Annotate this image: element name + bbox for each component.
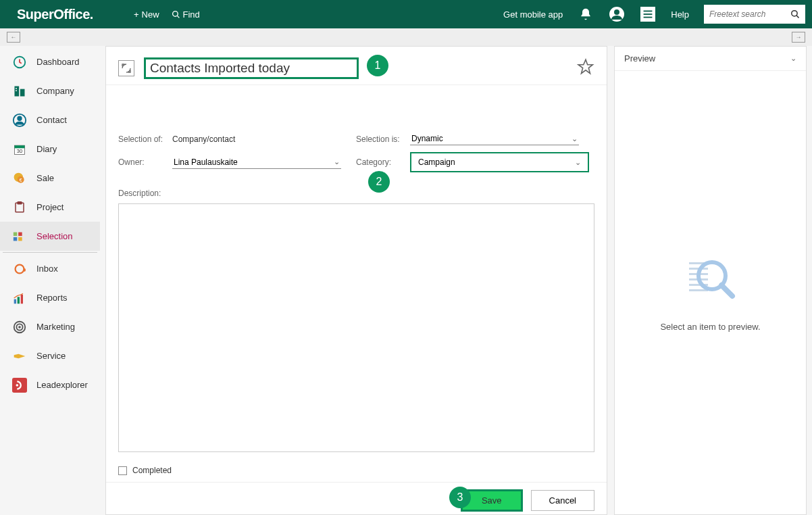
- chevron-down-icon: ⌄: [334, 157, 340, 166]
- sidebar-item-company[interactable]: Company: [0, 76, 100, 105]
- sidebar-item-inbox[interactable]: Inbox: [0, 254, 100, 283]
- svg-rect-7: [644, 17, 653, 18]
- description-label: Description:: [118, 189, 594, 198]
- main-content: 1 Selection of: Company/contact Selectio…: [105, 46, 607, 515]
- sidebar-item-project[interactable]: Project: [0, 193, 100, 222]
- svg-point-3: [614, 9, 619, 15]
- svg-point-0: [172, 11, 178, 16]
- svg-rect-11: [15, 86, 20, 96]
- category-label: Category:: [356, 157, 410, 167]
- svg-point-29: [16, 264, 24, 273]
- selection-of-value: Company/contact: [172, 134, 235, 144]
- collapse-left-icon[interactable]: ←: [7, 32, 20, 43]
- svg-rect-27: [14, 237, 18, 241]
- sidebar-item-selection[interactable]: Selection: [0, 222, 100, 251]
- dashboard-icon: [12, 55, 27, 70]
- svg-rect-6: [644, 14, 653, 15]
- topbar: ← →: [0, 28, 812, 46]
- find-button[interactable]: Find: [172, 9, 200, 20]
- chevron-down-icon: ⌄: [790, 54, 796, 63]
- svg-rect-28: [18, 237, 22, 241]
- user-icon[interactable]: [609, 6, 625, 22]
- service-icon: [12, 349, 27, 364]
- svg-line-1: [177, 16, 179, 18]
- inbox-icon: [12, 262, 27, 276]
- sidebar-item-dashboard[interactable]: Dashboard: [0, 47, 100, 76]
- preview-empty-text: Select an item to preview.: [660, 322, 760, 332]
- svg-rect-12: [20, 89, 25, 96]
- sidebar-item-sale[interactable]: € Sale: [0, 164, 100, 193]
- bell-icon[interactable]: [578, 6, 594, 22]
- search-box[interactable]: [704, 5, 805, 24]
- svg-rect-31: [18, 297, 20, 303]
- svg-rect-5: [644, 11, 653, 12]
- completed-checkbox[interactable]: [118, 466, 127, 475]
- diary-icon: 30: [12, 142, 27, 157]
- svg-line-45: [721, 285, 732, 296]
- preview-panel: Preview ⌄ Select an item to preview.: [614, 46, 807, 515]
- cancel-button[interactable]: Cancel: [531, 490, 594, 511]
- svg-rect-36: [12, 378, 27, 393]
- search-icon[interactable]: [790, 9, 800, 20]
- new-button[interactable]: + New: [134, 9, 159, 20]
- help-link[interactable]: Help: [671, 9, 689, 20]
- menu-icon[interactable]: [640, 6, 656, 22]
- svg-rect-25: [14, 232, 18, 236]
- preview-empty-icon: [684, 254, 738, 308]
- selection-title-input[interactable]: [144, 57, 359, 79]
- svg-text:€: €: [20, 178, 22, 182]
- sidebar-item-diary[interactable]: 30 Diary: [0, 134, 100, 164]
- svg-text:30: 30: [17, 148, 22, 154]
- selection-is-label: Selection is:: [356, 134, 410, 144]
- company-icon: [12, 84, 27, 99]
- selection-is-select[interactable]: Dynamic ⌄: [410, 132, 579, 145]
- collapse-right-icon[interactable]: →: [792, 32, 805, 43]
- svg-rect-13: [16, 88, 17, 89]
- sale-icon: €: [12, 171, 27, 186]
- owner-select[interactable]: Lina Paulauskaite ⌄: [172, 156, 341, 169]
- svg-rect-24: [18, 201, 22, 203]
- svg-point-8: [791, 11, 796, 16]
- favorite-icon[interactable]: [577, 58, 594, 78]
- step-badge-1: 1: [367, 55, 388, 76]
- chevron-down-icon: ⌄: [572, 134, 578, 143]
- plus-icon: +: [134, 9, 139, 20]
- selection-icon: [12, 229, 27, 244]
- step-badge-3: 3: [449, 487, 471, 508]
- project-icon: [12, 200, 27, 215]
- sidebar-item-service[interactable]: Service: [0, 341, 100, 370]
- owner-label: Owner:: [118, 157, 172, 167]
- svg-rect-26: [18, 232, 22, 236]
- svg-point-37: [16, 384, 19, 387]
- sidebar: Dashboard Company Contact 30 Diary € Sal…: [0, 46, 100, 515]
- completed-label: Completed: [132, 466, 172, 475]
- svg-rect-32: [21, 295, 23, 303]
- description-textarea[interactable]: [118, 203, 594, 452]
- preview-header[interactable]: Preview ⌄: [615, 47, 806, 71]
- svg-point-35: [19, 326, 20, 328]
- marketing-icon: [12, 320, 27, 335]
- svg-line-9: [796, 16, 799, 18]
- leadexplorer-icon: [12, 378, 27, 393]
- svg-rect-14: [16, 90, 17, 91]
- step-badge-2: 2: [368, 171, 390, 193]
- contact-icon: [12, 113, 27, 128]
- svg-rect-30: [14, 299, 16, 303]
- sidebar-item-leadexplorer[interactable]: Leadexplorer: [0, 370, 100, 399]
- mobile-app-link[interactable]: Get mobile app: [503, 9, 563, 20]
- selection-of-label: Selection of:: [118, 134, 172, 144]
- magnify-icon: [172, 10, 180, 19]
- svg-point-16: [18, 116, 22, 120]
- chevron-down-icon: ⌄: [575, 158, 581, 167]
- category-select[interactable]: Campaign ⌄: [410, 152, 589, 172]
- sidebar-item-marketing[interactable]: Marketing: [0, 312, 100, 341]
- reports-icon: [12, 291, 27, 305]
- logo: SuperOffice.: [17, 7, 93, 22]
- selection-type-icon: [118, 60, 134, 76]
- sidebar-item-reports[interactable]: Reports: [0, 283, 100, 312]
- sidebar-item-contact[interactable]: Contact: [0, 105, 100, 134]
- app-header: SuperOffice. + New Find Get mobile app H…: [0, 0, 812, 28]
- search-input[interactable]: [709, 9, 790, 19]
